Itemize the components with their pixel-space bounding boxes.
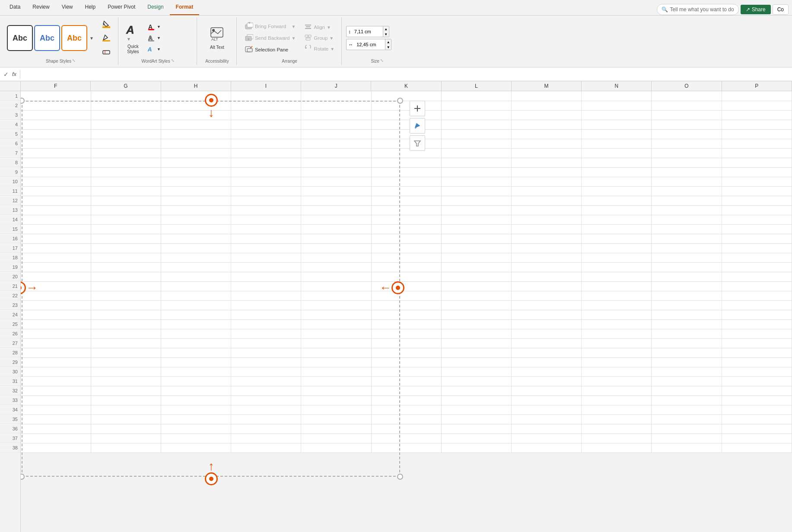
- cell-G21[interactable]: [91, 281, 161, 291]
- cell-I2[interactable]: [231, 101, 301, 110]
- cell-K27[interactable]: [371, 338, 441, 348]
- cell-K7[interactable]: [371, 148, 441, 158]
- cell-G11[interactable]: [91, 186, 161, 196]
- cell-I9[interactable]: [231, 167, 301, 177]
- cell-K9[interactable]: [371, 167, 441, 177]
- cell-I34[interactable]: [231, 405, 301, 414]
- cell-I15[interactable]: [231, 224, 301, 234]
- cell-I24[interactable]: [231, 310, 301, 319]
- cell-N5[interactable]: [582, 129, 652, 139]
- row-num-22[interactable]: 22: [0, 291, 20, 300]
- cell-P1[interactable]: [722, 91, 792, 101]
- cell-M6[interactable]: [512, 139, 582, 148]
- cell-O20[interactable]: [652, 272, 722, 281]
- row-num-18[interactable]: 18: [0, 253, 20, 262]
- cell-H9[interactable]: [161, 167, 231, 177]
- cell-I22[interactable]: [231, 291, 301, 300]
- cell-N33[interactable]: [582, 395, 652, 405]
- col-header-f[interactable]: F: [21, 81, 91, 91]
- cell-K19[interactable]: [371, 262, 441, 272]
- cell-F20[interactable]: [21, 272, 91, 281]
- cell-O6[interactable]: [652, 139, 722, 148]
- cell-I26[interactable]: [231, 329, 301, 338]
- cell-K28[interactable]: [371, 348, 441, 357]
- cell-K16[interactable]: [371, 234, 441, 243]
- cell-H26[interactable]: [161, 329, 231, 338]
- cell-K36[interactable]: [371, 424, 441, 433]
- cell-I30[interactable]: [231, 367, 301, 376]
- cell-I8[interactable]: [231, 158, 301, 167]
- cell-K33[interactable]: [371, 395, 441, 405]
- cell-F25[interactable]: [21, 319, 91, 329]
- cell-K15[interactable]: [371, 224, 441, 234]
- cell-H25[interactable]: [161, 319, 231, 329]
- cell-L18[interactable]: [441, 253, 511, 262]
- cell-K8[interactable]: [371, 158, 441, 167]
- cell-L24[interactable]: [441, 310, 511, 319]
- cell-G26[interactable]: [91, 329, 161, 338]
- cell-G5[interactable]: [91, 129, 161, 139]
- cell-L33[interactable]: [441, 395, 511, 405]
- checkmark-icon[interactable]: ✓: [3, 71, 9, 78]
- cell-J20[interactable]: [301, 272, 371, 281]
- cell-N32[interactable]: [582, 386, 652, 395]
- cell-M30[interactable]: [512, 367, 582, 376]
- cell-L32[interactable]: [441, 386, 511, 395]
- cell-O28[interactable]: [652, 348, 722, 357]
- cell-J26[interactable]: [301, 329, 371, 338]
- cell-H34[interactable]: [161, 405, 231, 414]
- cell-J34[interactable]: [301, 405, 371, 414]
- cell-K18[interactable]: [371, 253, 441, 262]
- cell-G2[interactable]: [91, 101, 161, 110]
- cell-J21[interactable]: [301, 281, 371, 291]
- col-header-k[interactable]: K: [371, 81, 441, 91]
- rotate-dropdown[interactable]: ▼: [330, 47, 334, 51]
- cell-F23[interactable]: [21, 300, 91, 310]
- cell-K21[interactable]: [371, 281, 441, 291]
- shape-style-blue[interactable]: Abc: [34, 25, 60, 51]
- cell-F19[interactable]: [21, 262, 91, 272]
- cell-K29[interactable]: [371, 357, 441, 367]
- size-expand[interactable]: ⤡: [380, 58, 384, 63]
- cell-I13[interactable]: [231, 205, 301, 215]
- row-num-30[interactable]: 30: [0, 367, 20, 376]
- cell-L19[interactable]: [441, 262, 511, 272]
- cell-I1[interactable]: [231, 91, 301, 101]
- float-filter-btn[interactable]: [410, 135, 425, 151]
- tab-data[interactable]: Data: [3, 0, 26, 15]
- cell-P34[interactable]: [722, 405, 792, 414]
- cell-L31[interactable]: [441, 376, 511, 386]
- cell-G6[interactable]: [91, 139, 161, 148]
- send-backward-btn[interactable]: Send Backward ▼: [241, 32, 299, 44]
- cell-J5[interactable]: [301, 129, 371, 139]
- cell-N38[interactable]: [582, 443, 652, 452]
- cell-G7[interactable]: [91, 148, 161, 158]
- cell-F12[interactable]: [21, 196, 91, 205]
- height-spin-down[interactable]: ▼: [383, 32, 389, 37]
- cell-H23[interactable]: [161, 300, 231, 310]
- align-dropdown[interactable]: ▼: [327, 25, 331, 30]
- cell-F1[interactable]: [21, 91, 91, 101]
- col-header-g[interactable]: G: [91, 81, 161, 91]
- tab-review[interactable]: Review: [26, 0, 55, 15]
- cell-I37[interactable]: [231, 433, 301, 443]
- cell-P17[interactable]: [722, 243, 792, 253]
- cell-K26[interactable]: [371, 329, 441, 338]
- cell-N1[interactable]: [582, 91, 652, 101]
- cell-H30[interactable]: [161, 367, 231, 376]
- row-num-13[interactable]: 13: [0, 205, 20, 215]
- cell-G9[interactable]: [91, 167, 161, 177]
- cell-O7[interactable]: [652, 148, 722, 158]
- cell-K23[interactable]: [371, 300, 441, 310]
- group-dropdown[interactable]: ▼: [329, 36, 334, 41]
- cell-O32[interactable]: [652, 386, 722, 395]
- row-num-33[interactable]: 33: [0, 395, 20, 405]
- cell-I33[interactable]: [231, 395, 301, 405]
- cell-P25[interactable]: [722, 319, 792, 329]
- row-num-8[interactable]: 8: [0, 158, 20, 167]
- cell-I32[interactable]: [231, 386, 301, 395]
- cell-L13[interactable]: [441, 205, 511, 215]
- cell-K34[interactable]: [371, 405, 441, 414]
- row-num-24[interactable]: 24: [0, 310, 20, 319]
- cell-G22[interactable]: [91, 291, 161, 300]
